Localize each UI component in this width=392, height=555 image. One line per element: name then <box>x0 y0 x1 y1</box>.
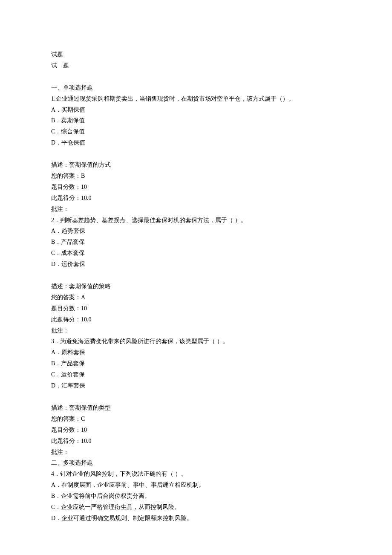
q3-remark: 批注： <box>51 447 341 458</box>
q1-description: 描述：套期保值的方式 <box>51 159 341 171</box>
doc-title-compact: 试题 <box>51 49 341 60</box>
q2-stem: 2．判断基差趋势、基差拐点、选择最佳套保时机的套保方法，属于（ ）。 <box>51 215 341 226</box>
section-single-choice-heading: 一、单项选择题 <box>51 82 341 93</box>
q3-option-d: D．汇率套保 <box>51 380 341 391</box>
q3-option-b: B．产品套保 <box>51 358 341 369</box>
q3-your-answer: 您的答案：C <box>51 413 341 425</box>
q2-description: 描述：套期保值的策略 <box>51 281 341 292</box>
q3-stem: 3．为避免海运费变化带来的风险所进行的套保，该类型属于（ ）。 <box>51 336 341 347</box>
blank-line <box>51 391 341 402</box>
q3-description: 描述：套期保值的类型 <box>51 402 341 413</box>
q4-stem: 4．针对企业的风险控制，下列说法正确的有（ ）。 <box>51 468 341 480</box>
q1-option-b: B．卖期保值 <box>51 115 341 126</box>
q2-your-score: 此题得分：10.0 <box>51 314 341 325</box>
q4-option-d: D．企业可通过明确交易规则、制定限额来控制风险。 <box>51 513 341 524</box>
q1-your-answer: 您的答案：B <box>51 171 341 182</box>
blank-line <box>51 71 341 82</box>
q3-option-c: C．运价套保 <box>51 369 341 380</box>
q1-stem: 1.企业通过现货采购和期货卖出，当销售现货时，在期货市场对空单平仓，该方式属于（… <box>51 93 341 104</box>
q2-option-a: A．趋势套保 <box>51 225 341 237</box>
q4-option-c: C．企业应统一严格管理衍生品，从而控制风险。 <box>51 502 341 513</box>
blank-line <box>51 148 341 159</box>
q2-remark: 批注： <box>51 325 341 336</box>
q2-option-c: C．成本套保 <box>51 248 341 259</box>
q2-option-b: B．产品套保 <box>51 237 341 248</box>
doc-title-spaced: 试 题 <box>51 60 341 71</box>
q4-option-a: A．在制度层面，企业应事前、事中、事后建立相应机制。 <box>51 480 341 491</box>
q2-option-d: D．运价套保 <box>51 259 341 270</box>
q2-your-answer: 您的答案：A <box>51 292 341 303</box>
q3-full-score: 题目分数：10 <box>51 425 341 436</box>
q3-your-score: 此题得分：10.0 <box>51 436 341 447</box>
q1-full-score: 题目分数：10 <box>51 182 341 193</box>
q1-your-score: 此题得分：10.0 <box>51 193 341 204</box>
q4-option-b: B．企业需将前中后台岗位权责分离。 <box>51 491 341 502</box>
q3-option-a: A．原料套保 <box>51 347 341 358</box>
q2-full-score: 题目分数：10 <box>51 303 341 314</box>
section-multi-choice-heading: 二、多项选择题 <box>51 457 341 468</box>
q1-remark: 批注： <box>51 204 341 215</box>
q1-option-c: C．综合保值 <box>51 126 341 137</box>
q1-option-a: A．买期保值 <box>51 104 341 116</box>
q1-option-d: D．平仓保值 <box>51 137 341 148</box>
blank-line <box>51 270 341 281</box>
